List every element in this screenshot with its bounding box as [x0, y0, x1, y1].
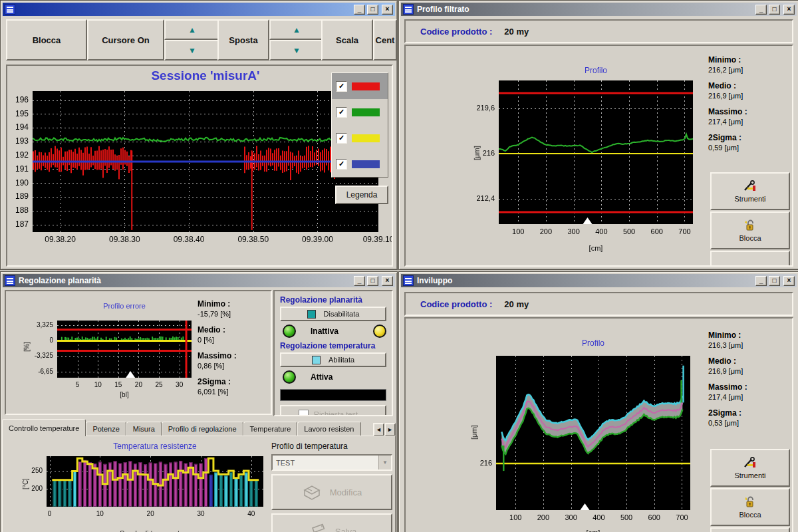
minimize-button[interactable]: _ — [354, 276, 365, 286]
close-button[interactable]: × — [783, 5, 795, 15]
next-tool-button[interactable] — [710, 251, 790, 267]
stat-value: -15,79 [%] — [198, 309, 268, 319]
maximize-button[interactable]: □ — [769, 276, 780, 286]
disabilitata-button[interactable]: Disabilitata — [280, 307, 386, 321]
pf-chart-title: Profilo — [499, 66, 693, 75]
inattiva-label: Inattiva — [311, 327, 370, 336]
pf-y-axis-label: [μm] — [473, 146, 481, 160]
maximize-button[interactable]: □ — [367, 5, 378, 15]
legend-checkbox[interactable]: ✓ — [336, 107, 347, 118]
tab-misura[interactable]: Misura — [126, 422, 162, 436]
stat-label: Massimo : — [198, 351, 268, 361]
minimize-button[interactable]: _ — [354, 5, 365, 15]
minimize-button[interactable]: _ — [755, 5, 767, 15]
sposta-button[interactable]: Sposta — [217, 19, 269, 61]
pf-buttons: Strumenti Blocca — [710, 172, 790, 267]
stat-label: 2Sigma : — [708, 408, 787, 418]
errore-y-axis-label: [%] — [23, 342, 31, 351]
strumenti-button[interactable]: Strumenti — [710, 449, 790, 487]
stat-value: 216,9 [μm] — [708, 366, 787, 376]
close-button[interactable]: × — [783, 276, 795, 286]
pf-titlebar[interactable]: Profilo filtrato _ □ × — [401, 3, 797, 16]
close-button[interactable]: × — [382, 276, 393, 286]
tab-lavoro-resistenze[interactable]: Lavoro resisten — [297, 422, 360, 436]
legend-row: ✓ — [332, 73, 388, 99]
legend-checkbox[interactable]: ✓ — [336, 81, 347, 92]
stat-label: Massimo : — [708, 382, 787, 392]
chevron-down-icon[interactable]: ▼ — [378, 456, 391, 469]
reg-titlebar[interactable]: Regolazione planarità _ □ × — [3, 274, 395, 287]
errore-chart-title: Profilo errore — [57, 302, 192, 310]
cursore-on-button[interactable]: Cursore On — [87, 19, 164, 61]
inv-x-axis-label: [cm] — [496, 529, 690, 532]
minimize-button[interactable]: _ — [755, 276, 767, 286]
stat-value: 217,4 [μm] — [708, 117, 787, 127]
maximize-button[interactable]: □ — [367, 276, 378, 286]
regolazione-controls-panel: Regolazione planarità Disabilitata Inatt… — [273, 290, 393, 416]
pf-x-axis-label: [cm] — [499, 244, 693, 252]
sposta-up-button[interactable]: ▲ — [164, 19, 220, 40]
tab-potenze[interactable]: Potenze — [86, 422, 126, 436]
temperatura-x-axis-label: Sonde di temperatura — [47, 529, 263, 532]
maximize-button[interactable]: □ — [769, 5, 780, 15]
scala-up-button[interactable]: ▲ — [269, 19, 324, 40]
profilo-temperatura-label: Profilo di temperatura — [271, 442, 392, 451]
inv-y-axis-label: [μm] — [470, 425, 478, 440]
inv-titlebar[interactable]: Inviluppo _ □ × — [401, 274, 797, 287]
richiesta-test-checkbox[interactable] — [299, 410, 309, 417]
blocca-button[interactable]: Blocca — [710, 211, 790, 249]
tab-scroll-left-button[interactable]: ◄ — [373, 423, 384, 436]
salva-label: Salva — [335, 527, 357, 532]
codice-prodotto-value: 20 my — [504, 299, 529, 309]
tab-temperature[interactable]: Temperature — [243, 422, 298, 436]
inv-window-title: Inviluppo — [416, 276, 753, 285]
modifica-button[interactable]: Modifica — [271, 474, 392, 510]
temperatura-chart-canvas — [3, 450, 269, 532]
inv-chart-title: Profilo — [496, 338, 690, 348]
legend-checkbox[interactable]: ✓ — [336, 159, 347, 170]
salva-button[interactable]: Salva — [271, 513, 392, 532]
stat-label: 2Sigma : — [708, 133, 787, 143]
window-profilo-filtrato: Profilo filtrato _ □ × Codice prodotto :… — [398, 0, 798, 270]
sposta-down-button[interactable]: ▼ — [164, 40, 220, 61]
pencil-icon — [307, 523, 327, 532]
abilitata-button[interactable]: Abilitata — [280, 352, 386, 367]
strumenti-label: Strumenti — [734, 195, 765, 203]
legend-checkbox[interactable]: ✓ — [336, 133, 347, 144]
down-arrow-icon: ▼ — [293, 46, 301, 55]
app-icon — [403, 4, 414, 15]
strumenti-button[interactable]: Strumenti — [710, 172, 790, 210]
stat-label: 2Sigma : — [198, 377, 268, 387]
desktop: { "window_controls": {"minimize": "_", "… — [0, 0, 798, 532]
window-inviluppo: Inviluppo _ □ × Codice prodotto : 20 my … — [398, 271, 798, 532]
legenda-button[interactable]: Legenda — [335, 186, 388, 204]
scala-down-button[interactable]: ▼ — [269, 40, 324, 61]
legend-color-blue — [352, 160, 380, 168]
blocca-label: Blocca — [739, 511, 761, 519]
status-display-bar — [280, 389, 386, 401]
dropdown-value: TEST — [273, 459, 378, 467]
legend-color-green — [352, 108, 380, 116]
stat-value: 217,4 [μm] — [708, 392, 787, 402]
cyan-square-icon — [312, 356, 321, 364]
cent-button[interactable]: Cent — [373, 19, 397, 61]
open-padlock-icon — [743, 495, 757, 509]
session-titlebar[interactable]: _ □ × — [3, 3, 395, 16]
stat-value: 0,53 [μm] — [708, 418, 787, 428]
window-regolazione-planarita: Regolazione planarità _ □ × Profilo erro… — [0, 271, 398, 532]
reg-tab-bar: Controllo temperature Potenze Misura Pro… — [2, 420, 396, 436]
stat-label: Medio : — [708, 356, 787, 366]
tab-profilo-di-regolazione[interactable]: Profilo di regolazione — [162, 422, 243, 436]
close-button[interactable]: × — [382, 5, 393, 15]
blocca-button[interactable]: Blocca — [6, 19, 87, 61]
codice-prodotto-label: Codice prodotto : — [420, 299, 492, 309]
tab-controllo-temperature[interactable]: Controllo temperature — [2, 419, 86, 436]
profilo-temperatura-dropdown[interactable]: TEST ▼ — [271, 454, 392, 471]
codice-prodotto-value: 20 my — [504, 27, 529, 37]
blocca-button[interactable]: Blocca — [710, 488, 790, 526]
scala-button[interactable]: Scala — [321, 19, 373, 61]
tab-scroll-right-button[interactable]: ► — [384, 423, 396, 436]
pf-main-panel: Profilo [μm] [cm] Minimo : 216,2 [μm] Me… — [404, 45, 793, 267]
next-tool-button[interactable] — [710, 527, 790, 532]
stat-value: 216,2 [μm] — [708, 65, 787, 75]
